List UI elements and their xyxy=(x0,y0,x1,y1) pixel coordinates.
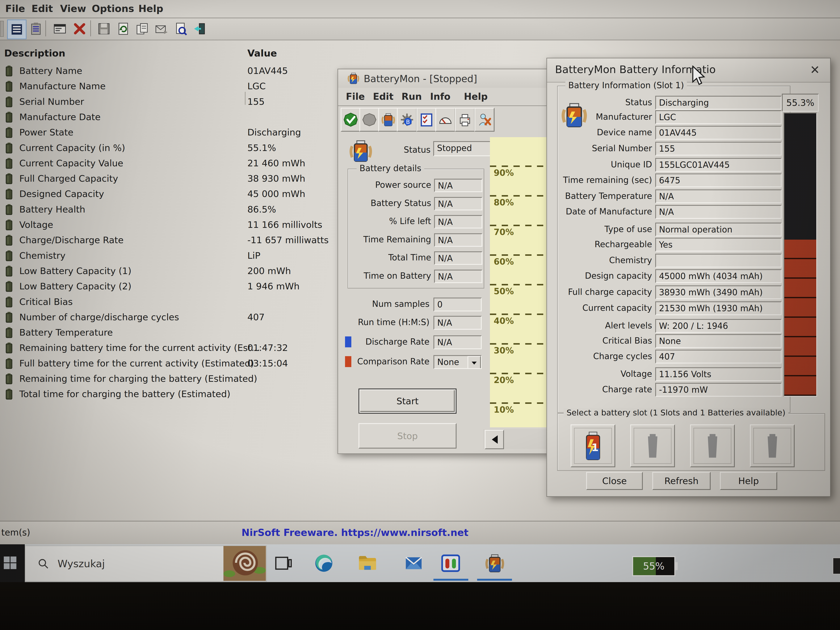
toolbar-button-refresh-icon[interactable] xyxy=(115,19,133,38)
field-value[interactable]: 0 xyxy=(433,298,482,311)
field-value[interactable]: N/A xyxy=(434,233,482,247)
windows-start-icon[interactable] xyxy=(3,556,17,570)
menu-item-options[interactable]: Options xyxy=(92,3,134,14)
close-icon[interactable]: ✕ xyxy=(810,63,820,77)
batterymon-toolbar-gauge-icon[interactable] xyxy=(435,108,455,132)
table-row[interactable]: Total time for charging the battery (Est… xyxy=(0,386,336,401)
batterymon-toolbar-start-icon[interactable] xyxy=(341,108,361,132)
battery-slot-1[interactable]: 1 xyxy=(571,425,615,467)
status-field[interactable]: Stopped xyxy=(433,141,492,156)
table-row[interactable]: Full battery time for the current activi… xyxy=(0,355,336,371)
field-value[interactable]: N/A xyxy=(433,316,482,330)
taskbar-search[interactable]: Wyszukaj xyxy=(25,546,267,582)
menu-item-help[interactable]: Help xyxy=(138,3,163,14)
dialog-field-value[interactable]: 155 xyxy=(655,142,782,156)
scroll-left-button[interactable] xyxy=(485,430,504,449)
nirsoft-link[interactable]: NirSoft Freeware. https://www.nirsoft.ne… xyxy=(242,527,469,538)
dialog-title-bar[interactable]: BatteryMon Battery Informatio ✕ xyxy=(547,58,830,82)
field-value[interactable]: N/A xyxy=(434,215,482,229)
taskbar-edge-button[interactable] xyxy=(313,552,334,574)
dialog-field-value[interactable]: 155LGC01AV445 xyxy=(655,158,782,172)
taskbar-mail-button[interactable] xyxy=(403,552,424,574)
field-value[interactable]: N/A xyxy=(434,197,482,210)
taskbar-task-view-button[interactable] xyxy=(273,552,294,574)
menu-item-edit[interactable]: Edit xyxy=(32,3,53,14)
batterymon-menu-run[interactable]: Run xyxy=(401,91,422,102)
batterymon-title-bar[interactable]: BatteryMon - [Stopped] xyxy=(338,69,552,88)
toolbar-button-properties-icon[interactable] xyxy=(51,19,69,38)
dialog-field-value[interactable]: 21530 mWh (1930 mAh) xyxy=(655,302,782,315)
batterymon-toolbar-exit-user-icon[interactable] xyxy=(474,108,494,132)
field-value[interactable]: N/A xyxy=(434,251,482,265)
dialog-field-value[interactable]: LGC xyxy=(655,110,782,124)
battery-slot-3[interactable] xyxy=(690,425,735,467)
dialog-field-value[interactable]: Yes xyxy=(655,238,782,251)
table-row[interactable]: Voltage11 166 millivolts xyxy=(0,217,336,232)
batterymon-toolbar-printer-icon[interactable] xyxy=(455,108,475,132)
taskbar-battery-info-view-button[interactable] xyxy=(440,552,461,574)
column-header-description[interactable]: Description xyxy=(4,48,65,59)
dialog-field-value[interactable]: W: 200 / L: 1946 xyxy=(655,319,782,333)
table-row[interactable]: Full Charged Capacity38 930 mWh xyxy=(0,171,336,186)
dialog-field-value[interactable]: Discharging xyxy=(655,96,782,110)
search-highlight-rose-image[interactable] xyxy=(223,546,266,581)
table-row[interactable]: Remaining battery time for the current a… xyxy=(0,340,336,355)
battery-slot-4[interactable] xyxy=(750,425,795,467)
dialog-field-value[interactable]: 6475 xyxy=(655,174,782,187)
dialog-field-value[interactable]: 45000 mWh (4034 mAh) xyxy=(655,269,782,283)
table-row[interactable]: Critical Bias xyxy=(0,294,336,309)
table-row[interactable]: Battery Health86.5% xyxy=(0,202,336,217)
help-button[interactable]: Help xyxy=(720,472,777,490)
batterymon-toolbar-settings-icon[interactable]: B xyxy=(397,108,417,132)
toolbar-button-find-icon[interactable] xyxy=(172,19,190,38)
table-row[interactable]: Current Capacity Value21 460 mWh xyxy=(0,155,336,171)
table-row[interactable]: Low Battery Capacity (1)200 mWh xyxy=(0,263,336,278)
table-row[interactable]: Serial Number155 xyxy=(0,94,336,109)
dialog-field-value[interactable]: None xyxy=(655,334,782,348)
refresh-button[interactable]: Refresh xyxy=(652,472,711,490)
start-button[interactable]: Start xyxy=(358,388,456,414)
table-row[interactable]: Current Capacity (in %)55.1% xyxy=(0,140,336,155)
dialog-field-value[interactable]: N/A xyxy=(655,189,782,203)
start-button-area[interactable] xyxy=(0,544,25,582)
dialog-field-value[interactable]: 38930 mWh (3490 mAh) xyxy=(655,286,782,299)
dialog-field-value[interactable]: Normal operation xyxy=(655,223,782,237)
comparison-rate-dropdown[interactable]: None xyxy=(433,355,482,369)
stop-button[interactable]: Stop xyxy=(358,423,456,448)
batterymon-toolbar-log-checklist-icon[interactable] xyxy=(417,108,437,132)
dialog-field-value[interactable]: 407 xyxy=(655,350,782,363)
menu-item-file[interactable]: File xyxy=(5,3,25,14)
battery-tray-indicator[interactable]: 55% xyxy=(632,556,675,576)
toolbar-button-clipboard-icon[interactable] xyxy=(27,19,45,38)
toolbar-button-copy-icon[interactable] xyxy=(133,19,151,38)
dialog-field-value[interactable]: 01AV445 xyxy=(655,126,782,140)
battery-slot-2[interactable] xyxy=(630,425,675,467)
table-row[interactable]: Power StateDischarging xyxy=(0,125,336,140)
table-row[interactable]: Designed Capacity45 000 mWh xyxy=(0,186,336,201)
table-row[interactable]: Charge/Discharge Rate-11 657 milliwatts xyxy=(0,232,336,248)
field-value[interactable]: N/A xyxy=(434,179,482,192)
batterymon-menu-help[interactable]: Help xyxy=(464,91,488,102)
toolbar-button-report-list-icon[interactable] xyxy=(7,19,27,39)
toolbar-button-exit-icon[interactable] xyxy=(190,19,208,38)
batterymon-menu-file[interactable]: File xyxy=(346,91,365,102)
taskbar-batterymon-button[interactable] xyxy=(484,552,505,574)
batterymon-menu-edit[interactable]: Edit xyxy=(373,91,393,102)
batterymon-toolbar-battery-icon[interactable] xyxy=(378,108,398,132)
dialog-field-value[interactable]: N/A xyxy=(655,205,782,219)
table-row[interactable]: Battery Name01AV445 xyxy=(0,63,336,78)
menu-item-view[interactable]: View xyxy=(60,3,86,14)
field-value[interactable]: N/A xyxy=(434,270,482,283)
chart-scrollbar[interactable] xyxy=(483,429,551,449)
taskbar-file-explorer-button[interactable] xyxy=(357,552,378,574)
batterymon-toolbar-stop-icon[interactable] xyxy=(359,108,379,132)
table-row[interactable]: Low Battery Capacity (2)1 946 mWh xyxy=(0,278,336,294)
dialog-field-value[interactable]: -11970 mW xyxy=(655,383,782,397)
close-button[interactable]: Close xyxy=(586,472,643,490)
toolbar-button-save-icon[interactable] xyxy=(95,19,113,38)
toolbar-button-export-icon[interactable] xyxy=(152,19,171,38)
batterymon-menu-info[interactable]: Info xyxy=(430,91,450,102)
field-value[interactable]: N/A xyxy=(433,335,482,349)
dialog-field-value[interactable] xyxy=(655,254,782,268)
toolbar-button-delete-icon[interactable] xyxy=(71,19,88,38)
